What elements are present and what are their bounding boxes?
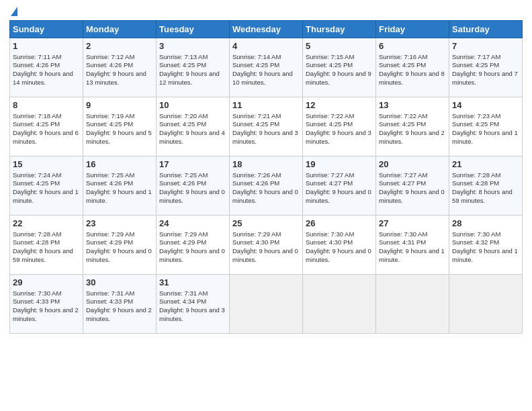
calendar-table: SundayMondayTuesdayWednesdayThursdayFrid… — [9, 20, 523, 334]
day-number: 1 — [13, 40, 80, 52]
calendar-cell: 1Sunrise: 7:11 AMSunset: 4:26 PMDaylight… — [10, 38, 83, 97]
calendar-cell: 5Sunrise: 7:15 AMSunset: 4:25 PMDaylight… — [303, 38, 376, 97]
day-number: 24 — [159, 218, 226, 230]
calendar-cell: 23Sunrise: 7:29 AMSunset: 4:29 PMDayligh… — [83, 216, 157, 275]
day-detail: Sunrise: 7:22 AMSunset: 4:25 PMDaylight:… — [379, 112, 446, 146]
day-number: 28 — [452, 218, 519, 230]
day-number: 3 — [159, 40, 226, 52]
calendar-week-4: 22Sunrise: 7:28 AMSunset: 4:28 PMDayligh… — [10, 216, 523, 275]
day-number: 17 — [159, 158, 226, 171]
day-detail: Sunrise: 7:20 AMSunset: 4:25 PMDaylight:… — [159, 112, 226, 146]
weekday-header-row: SundayMondayTuesdayWednesdayThursdayFrid… — [10, 21, 523, 38]
calendar-cell: 12Sunrise: 7:22 AMSunset: 4:25 PMDayligh… — [303, 97, 376, 156]
day-detail: Sunrise: 7:24 AMSunset: 4:25 PMDaylight:… — [13, 171, 80, 205]
calendar-cell — [230, 275, 303, 334]
calendar-cell: 18Sunrise: 7:26 AMSunset: 4:26 PMDayligh… — [230, 156, 303, 216]
header — [9, 7, 523, 17]
calendar-header: SundayMondayTuesdayWednesdayThursdayFrid… — [10, 21, 523, 38]
logo-triangle-icon — [11, 7, 17, 16]
day-number: 16 — [86, 158, 153, 171]
day-detail: Sunrise: 7:23 AMSunset: 4:25 PMDaylight:… — [452, 112, 519, 146]
calendar-cell: 2Sunrise: 7:12 AMSunset: 4:26 PMDaylight… — [83, 38, 157, 97]
calendar-cell: 3Sunrise: 7:13 AMSunset: 4:25 PMDaylight… — [157, 38, 230, 97]
calendar-cell: 24Sunrise: 7:29 AMSunset: 4:29 PMDayligh… — [157, 216, 230, 275]
day-number: 14 — [452, 99, 519, 111]
day-number: 5 — [306, 40, 373, 52]
calendar-cell — [303, 275, 376, 334]
day-number: 30 — [86, 277, 153, 289]
weekday-header-tuesday: Tuesday — [157, 21, 230, 38]
page-container: SundayMondayTuesdayWednesdayThursdayFrid… — [0, 0, 532, 338]
day-number: 26 — [306, 218, 373, 230]
day-number: 10 — [159, 99, 226, 111]
calendar-week-3: 15Sunrise: 7:24 AMSunset: 4:25 PMDayligh… — [10, 156, 523, 216]
day-detail: Sunrise: 7:15 AMSunset: 4:25 PMDaylight:… — [306, 53, 373, 87]
day-number: 27 — [379, 218, 446, 230]
day-detail: Sunrise: 7:28 AMSunset: 4:28 PMDaylight:… — [452, 171, 519, 205]
logo — [9, 7, 17, 17]
day-number: 25 — [232, 218, 300, 230]
calendar-cell: 26Sunrise: 7:30 AMSunset: 4:30 PMDayligh… — [303, 216, 376, 275]
day-detail: Sunrise: 7:30 AMSunset: 4:30 PMDaylight:… — [306, 230, 373, 265]
calendar-cell: 9Sunrise: 7:19 AMSunset: 4:25 PMDaylight… — [83, 97, 157, 156]
day-detail: Sunrise: 7:26 AMSunset: 4:26 PMDaylight:… — [232, 171, 300, 205]
calendar-cell: 20Sunrise: 7:27 AMSunset: 4:27 PMDayligh… — [376, 156, 449, 216]
day-detail: Sunrise: 7:25 AMSunset: 4:26 PMDaylight:… — [159, 171, 226, 205]
calendar-week-2: 8Sunrise: 7:18 AMSunset: 4:25 PMDaylight… — [10, 97, 523, 156]
weekday-header-thursday: Thursday — [303, 21, 376, 38]
day-detail: Sunrise: 7:25 AMSunset: 4:26 PMDaylight:… — [86, 171, 153, 205]
calendar-cell: 29Sunrise: 7:30 AMSunset: 4:33 PMDayligh… — [10, 275, 83, 334]
calendar-week-1: 1Sunrise: 7:11 AMSunset: 4:26 PMDaylight… — [10, 38, 523, 97]
calendar-cell: 27Sunrise: 7:30 AMSunset: 4:31 PMDayligh… — [376, 216, 449, 275]
day-detail: Sunrise: 7:30 AMSunset: 4:31 PMDaylight:… — [379, 230, 446, 265]
day-detail: Sunrise: 7:29 AMSunset: 4:30 PMDaylight:… — [232, 230, 300, 265]
day-number: 21 — [452, 158, 519, 171]
calendar-cell: 28Sunrise: 7:30 AMSunset: 4:32 PMDayligh… — [449, 216, 523, 275]
day-number: 12 — [306, 99, 373, 111]
day-detail: Sunrise: 7:29 AMSunset: 4:29 PMDaylight:… — [86, 230, 153, 265]
weekday-header-saturday: Saturday — [449, 21, 523, 38]
day-detail: Sunrise: 7:30 AMSunset: 4:33 PMDaylight:… — [13, 289, 80, 324]
day-detail: Sunrise: 7:16 AMSunset: 4:25 PMDaylight:… — [379, 53, 446, 87]
day-detail: Sunrise: 7:31 AMSunset: 4:34 PMDaylight:… — [159, 289, 226, 324]
calendar-body: 1Sunrise: 7:11 AMSunset: 4:26 PMDaylight… — [10, 38, 523, 334]
day-detail: Sunrise: 7:18 AMSunset: 4:25 PMDaylight:… — [13, 112, 80, 146]
weekday-header-monday: Monday — [83, 21, 157, 38]
day-number: 7 — [452, 40, 519, 52]
day-number: 20 — [379, 158, 446, 171]
day-detail: Sunrise: 7:11 AMSunset: 4:26 PMDaylight:… — [13, 53, 80, 87]
weekday-header-friday: Friday — [376, 21, 449, 38]
day-number: 22 — [13, 218, 80, 230]
calendar-cell — [449, 275, 523, 334]
day-detail: Sunrise: 7:27 AMSunset: 4:27 PMDaylight:… — [306, 171, 373, 205]
calendar-cell — [376, 275, 449, 334]
weekday-header-sunday: Sunday — [10, 21, 83, 38]
day-detail: Sunrise: 7:22 AMSunset: 4:25 PMDaylight:… — [306, 112, 373, 146]
day-number: 29 — [13, 277, 80, 289]
day-detail: Sunrise: 7:17 AMSunset: 4:25 PMDaylight:… — [452, 53, 519, 87]
day-number: 2 — [86, 40, 153, 52]
day-detail: Sunrise: 7:27 AMSunset: 4:27 PMDaylight:… — [379, 171, 446, 205]
calendar-cell: 25Sunrise: 7:29 AMSunset: 4:30 PMDayligh… — [230, 216, 303, 275]
calendar-cell: 15Sunrise: 7:24 AMSunset: 4:25 PMDayligh… — [10, 156, 83, 216]
day-detail: Sunrise: 7:29 AMSunset: 4:29 PMDaylight:… — [159, 230, 226, 265]
day-detail: Sunrise: 7:14 AMSunset: 4:25 PMDaylight:… — [232, 53, 300, 87]
day-detail: Sunrise: 7:31 AMSunset: 4:33 PMDaylight:… — [86, 289, 153, 324]
calendar-cell: 13Sunrise: 7:22 AMSunset: 4:25 PMDayligh… — [376, 97, 449, 156]
day-detail: Sunrise: 7:28 AMSunset: 4:28 PMDaylight:… — [13, 230, 80, 265]
day-detail: Sunrise: 7:13 AMSunset: 4:25 PMDaylight:… — [159, 53, 226, 87]
calendar-cell: 31Sunrise: 7:31 AMSunset: 4:34 PMDayligh… — [157, 275, 230, 334]
calendar-cell: 17Sunrise: 7:25 AMSunset: 4:26 PMDayligh… — [157, 156, 230, 216]
day-number: 23 — [86, 218, 153, 230]
calendar-cell: 16Sunrise: 7:25 AMSunset: 4:26 PMDayligh… — [83, 156, 157, 216]
calendar-cell: 19Sunrise: 7:27 AMSunset: 4:27 PMDayligh… — [303, 156, 376, 216]
calendar-cell: 30Sunrise: 7:31 AMSunset: 4:33 PMDayligh… — [83, 275, 157, 334]
day-detail: Sunrise: 7:19 AMSunset: 4:25 PMDaylight:… — [86, 112, 153, 146]
calendar-cell: 7Sunrise: 7:17 AMSunset: 4:25 PMDaylight… — [449, 38, 523, 97]
day-number: 31 — [159, 277, 226, 289]
calendar-cell: 11Sunrise: 7:21 AMSunset: 4:25 PMDayligh… — [230, 97, 303, 156]
calendar-cell: 22Sunrise: 7:28 AMSunset: 4:28 PMDayligh… — [10, 216, 83, 275]
day-detail: Sunrise: 7:30 AMSunset: 4:32 PMDaylight:… — [452, 230, 519, 265]
calendar-cell: 6Sunrise: 7:16 AMSunset: 4:25 PMDaylight… — [376, 38, 449, 97]
day-detail: Sunrise: 7:21 AMSunset: 4:25 PMDaylight:… — [232, 112, 300, 146]
